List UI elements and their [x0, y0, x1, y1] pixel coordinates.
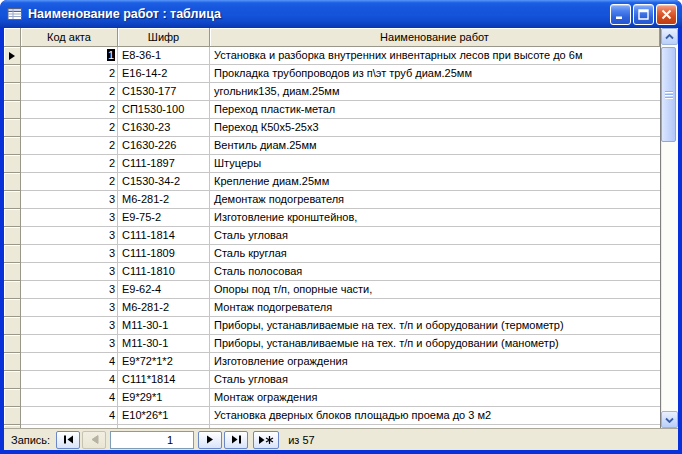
- cell-kod-akta[interactable]: 3: [21, 281, 118, 299]
- cell-naimenovanie[interactable]: Монтаж ограждения: [210, 389, 660, 407]
- table-row[interactable]: 3 Е9-75-2 Изготовление кронштейнов,: [4, 209, 660, 227]
- cell-naimenovanie[interactable]: Демонтаж подогревателя: [210, 191, 660, 209]
- row-selector[interactable]: [4, 281, 21, 299]
- cell-shifr[interactable]: СП1530-100: [118, 101, 210, 119]
- row-selector[interactable]: [4, 173, 21, 191]
- table-row[interactable]: 4 Е9*72*1*2 Изготовление ограждения: [4, 353, 660, 371]
- table-row[interactable]: 1 Е8-36-1 Установка и разборка внутренни…: [4, 47, 660, 65]
- cell-kod-akta[interactable]: 3: [21, 335, 118, 353]
- table-row[interactable]: 3 С111-1809 Сталь круглая: [4, 245, 660, 263]
- cell-shifr[interactable]: М6-281-2: [118, 191, 210, 209]
- new-record-button[interactable]: [253, 431, 279, 449]
- previous-record-button[interactable]: [82, 431, 106, 449]
- close-button[interactable]: [656, 4, 677, 25]
- cell-naimenovanie[interactable]: Сталь круглая: [210, 245, 660, 263]
- table-row[interactable]: 2 С1530-177 угольник135, диам.25мм: [4, 83, 660, 101]
- cell-naimenovanie[interactable]: Прокладка трубопроводов из п\эт труб диа…: [210, 65, 660, 83]
- cell-naimenovanie[interactable]: Монтаж подогревателя: [210, 299, 660, 317]
- cell-kod-akta[interactable]: 3: [21, 209, 118, 227]
- row-selector[interactable]: [4, 335, 21, 353]
- row-selector[interactable]: [4, 65, 21, 83]
- cell-shifr[interactable]: С1630-226: [118, 137, 210, 155]
- next-record-button[interactable]: [198, 431, 222, 449]
- scroll-up-button[interactable]: [661, 28, 678, 45]
- table-row[interactable]: 3 М11-30-1 Приборы, устанавливаемые на т…: [4, 317, 660, 335]
- cell-naimenovanie[interactable]: Изготовление кронштейнов,: [210, 209, 660, 227]
- row-selector[interactable]: [4, 353, 21, 371]
- row-selector[interactable]: [4, 191, 21, 209]
- row-selector[interactable]: [4, 389, 21, 407]
- row-selector[interactable]: [4, 317, 21, 335]
- cell-kod-akta[interactable]: 3: [21, 227, 118, 245]
- cell-naimenovanie[interactable]: Приборы, устанавливаемые на тех. т/п и о…: [210, 317, 660, 335]
- cell-naimenovanie[interactable]: Вентиль диам.25мм: [210, 137, 660, 155]
- cell-kod-akta[interactable]: 4: [21, 407, 118, 425]
- cell-kod-akta[interactable]: 2: [21, 83, 118, 101]
- cell-naimenovanie[interactable]: Установка дверных блоков площадью проема…: [210, 407, 660, 425]
- cell-kod-akta[interactable]: 2: [21, 119, 118, 137]
- row-selector[interactable]: [4, 299, 21, 317]
- row-selector[interactable]: [4, 83, 21, 101]
- cell-shifr[interactable]: Е9-62-4: [118, 281, 210, 299]
- row-selector[interactable]: [4, 137, 21, 155]
- row-selector[interactable]: [4, 155, 21, 173]
- row-selector[interactable]: [4, 245, 21, 263]
- row-selector[interactable]: [4, 119, 21, 137]
- cell-kod-akta[interactable]: 2: [21, 155, 118, 173]
- cell-kod-akta[interactable]: 3: [21, 299, 118, 317]
- row-selector[interactable]: [4, 47, 21, 65]
- cell-kod-akta[interactable]: 2: [21, 65, 118, 83]
- cell-shifr[interactable]: С111-1810: [118, 263, 210, 281]
- table-row[interactable]: 4 Е10*26*1 Установка дверных блоков площ…: [4, 407, 660, 425]
- row-selector[interactable]: [4, 263, 21, 281]
- cell-shifr[interactable]: С1530-177: [118, 83, 210, 101]
- table-row[interactable]: 2 Е16-14-2 Прокладка трубопроводов из п\…: [4, 65, 660, 83]
- cell-kod-akta[interactable]: 2: [21, 101, 118, 119]
- cell-shifr[interactable]: С1630-23: [118, 119, 210, 137]
- table-row[interactable]: 2 С111-1897 Штуцеры: [4, 155, 660, 173]
- cell-naimenovanie[interactable]: Штуцеры: [210, 155, 660, 173]
- titlebar[interactable]: Наименование работ : таблица: [0, 0, 682, 28]
- cell-shifr[interactable]: С111-1814: [118, 227, 210, 245]
- minimize-button[interactable]: [610, 4, 631, 25]
- cell-shifr[interactable]: С111-1897: [118, 155, 210, 173]
- cell-naimenovanie[interactable]: Установка и разборка внутренних инвентар…: [210, 47, 660, 65]
- column-header-shifr[interactable]: Шифр: [118, 28, 210, 47]
- scrollbar-track[interactable]: [661, 45, 678, 411]
- current-record-input[interactable]: [110, 431, 194, 449]
- cell-naimenovanie[interactable]: Приборы, устанавливаемые на тех. т/п и о…: [210, 335, 660, 353]
- table-row[interactable]: 2 С1530-34-2 Крепление диам.25мм: [4, 173, 660, 191]
- row-selector[interactable]: [4, 407, 21, 425]
- last-record-button[interactable]: [224, 431, 248, 449]
- cell-kod-akta[interactable]: 3: [21, 245, 118, 263]
- scrollbar-thumb[interactable]: [661, 47, 676, 142]
- cell-naimenovanie[interactable]: Изготовление ограждения: [210, 353, 660, 371]
- cell-naimenovanie[interactable]: Переход К50х5-25х3: [210, 119, 660, 137]
- cell-kod-akta[interactable]: 4: [21, 371, 118, 389]
- cell-shifr[interactable]: С1530-34-2: [118, 173, 210, 191]
- cell-kod-akta[interactable]: 4: [21, 353, 118, 371]
- cell-kod-akta[interactable]: 2: [21, 137, 118, 155]
- cell-shifr[interactable]: С111*1814: [118, 371, 210, 389]
- table-row[interactable]: 3 М6-281-2 Монтаж подогревателя: [4, 299, 660, 317]
- cell-shifr[interactable]: Е9*72*1*2: [118, 353, 210, 371]
- table-row[interactable]: 4 Е9*29*1 Монтаж ограждения: [4, 389, 660, 407]
- cell-naimenovanie[interactable]: Сталь угловая: [210, 371, 660, 389]
- cell-shifr[interactable]: М6-281-2: [118, 299, 210, 317]
- row-selector[interactable]: [4, 227, 21, 245]
- first-record-button[interactable]: [56, 431, 80, 449]
- cell-naimenovanie[interactable]: Переход пластик-метал: [210, 101, 660, 119]
- select-all-header[interactable]: [4, 28, 21, 47]
- table-row[interactable]: 2 С1630-23 Переход К50х5-25х3: [4, 119, 660, 137]
- cell-shifr[interactable]: М11-30-1: [118, 317, 210, 335]
- table-row[interactable]: 3 М6-281-2 Демонтаж подогревателя: [4, 191, 660, 209]
- cell-shifr[interactable]: Е16-14-2: [118, 65, 210, 83]
- row-selector[interactable]: [4, 371, 21, 389]
- table-row[interactable]: 2 С1630-226 Вентиль диам.25мм: [4, 137, 660, 155]
- cell-shifr[interactable]: Е10*26*1: [118, 407, 210, 425]
- cell-shifr[interactable]: Е8-36-1: [118, 47, 210, 65]
- cell-kod-akta[interactable]: 3: [21, 317, 118, 335]
- cell-kod-akta[interactable]: 3: [21, 263, 118, 281]
- scroll-down-button[interactable]: [661, 411, 678, 428]
- cell-naimenovanie[interactable]: Сталь полосовая: [210, 263, 660, 281]
